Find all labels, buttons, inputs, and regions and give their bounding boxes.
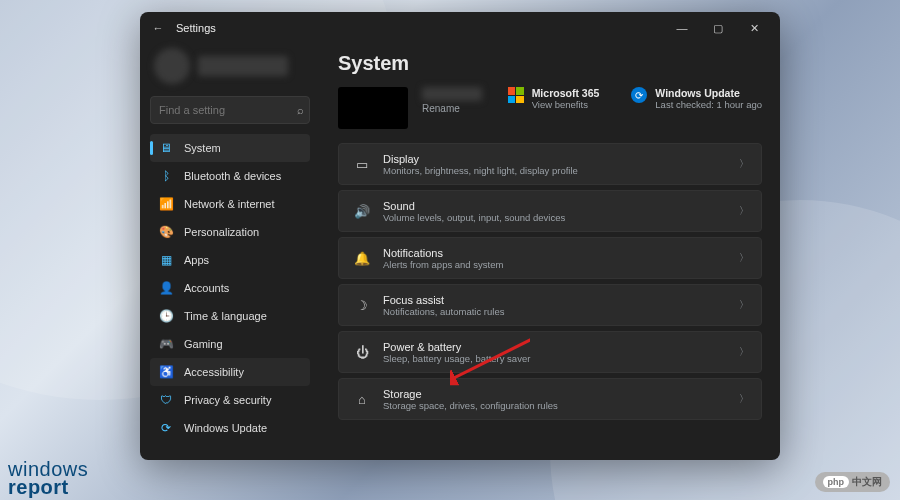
card-icon: ⌂ [351, 392, 373, 407]
card-subtitle: Volume levels, output, input, sound devi… [383, 212, 739, 223]
nav-icon: 🖥 [158, 141, 174, 155]
card-subtitle: Notifications, automatic rules [383, 306, 739, 317]
sidebar-item-windows-update[interactable]: ⟳Windows Update [150, 414, 310, 442]
card-subtitle: Sleep, battery usage, battery saver [383, 353, 739, 364]
card-icon: 🔊 [351, 204, 373, 219]
settings-card-notifications[interactable]: 🔔 Notifications Alerts from apps and sys… [338, 237, 762, 279]
chevron-right-icon: 〉 [739, 157, 749, 171]
profile-name [198, 56, 288, 76]
nav-icon: ⟳ [158, 421, 174, 435]
sidebar-item-network-internet[interactable]: 📶Network & internet [150, 190, 310, 218]
card-title: Notifications [383, 247, 739, 259]
settings-window: ← Settings — ▢ ✕ ⌕ 🖥SystemᛒBluetooth & d… [140, 12, 780, 460]
settings-card-storage[interactable]: ⌂ Storage Storage space, drives, configu… [338, 378, 762, 420]
chevron-right-icon: 〉 [739, 298, 749, 312]
nav-icon: 🛡 [158, 393, 174, 407]
nav-icon: 📶 [158, 197, 174, 211]
minimize-button[interactable]: — [664, 14, 700, 42]
settings-card-display[interactable]: ▭ Display Monitors, brightness, night li… [338, 143, 762, 185]
close-button[interactable]: ✕ [736, 14, 772, 42]
settings-card-power-battery[interactable]: ⏻ Power & battery Sleep, battery usage, … [338, 331, 762, 373]
sidebar-item-personalization[interactable]: 🎨Personalization [150, 218, 310, 246]
sidebar-item-label: Windows Update [184, 422, 267, 434]
titlebar: ← Settings — ▢ ✕ [140, 12, 780, 44]
ms365-sub: View benefits [532, 99, 600, 110]
card-title: Sound [383, 200, 739, 212]
sidebar-item-time-language[interactable]: 🕒Time & language [150, 302, 310, 330]
device-image [338, 87, 408, 129]
sidebar-item-label: Network & internet [184, 198, 274, 210]
nav-icon: 🎮 [158, 337, 174, 351]
wu-sub: Last checked: 1 hour ago [655, 99, 762, 110]
card-icon: ⏻ [351, 345, 373, 360]
sidebar-item-label: Time & language [184, 310, 267, 322]
sidebar-item-label: Personalization [184, 226, 259, 238]
windows-update-icon: ⟳ [631, 87, 647, 103]
search-box[interactable]: ⌕ [150, 96, 310, 124]
avatar [154, 48, 190, 84]
windows-update-card[interactable]: ⟳ Windows Update Last checked: 1 hour ag… [631, 87, 762, 110]
sidebar-item-label: Gaming [184, 338, 223, 350]
card-icon: ▭ [351, 157, 373, 172]
watermark-right: php中文网 [815, 472, 891, 492]
ms365-card[interactable]: Microsoft 365 View benefits [508, 87, 600, 110]
page-title: System [338, 52, 762, 75]
sidebar-item-label: Apps [184, 254, 209, 266]
card-title: Storage [383, 388, 739, 400]
microsoft-icon [508, 87, 524, 103]
chevron-right-icon: 〉 [739, 392, 749, 406]
device-name [422, 87, 482, 101]
nav-icon: ᛒ [158, 169, 174, 183]
sidebar-item-privacy-security[interactable]: 🛡Privacy & security [150, 386, 310, 414]
sidebar-item-bluetooth-devices[interactable]: ᛒBluetooth & devices [150, 162, 310, 190]
card-title: Power & battery [383, 341, 739, 353]
card-title: Focus assist [383, 294, 739, 306]
sidebar-item-label: Accounts [184, 282, 229, 294]
chevron-right-icon: 〉 [739, 345, 749, 359]
back-button[interactable]: ← [148, 22, 168, 34]
chevron-right-icon: 〉 [739, 251, 749, 265]
sidebar: ⌕ 🖥SystemᛒBluetooth & devices📶Network & … [140, 44, 320, 460]
chevron-right-icon: 〉 [739, 204, 749, 218]
card-subtitle: Storage space, drives, configuration rul… [383, 400, 739, 411]
settings-card-sound[interactable]: 🔊 Sound Volume levels, output, input, so… [338, 190, 762, 232]
profile-block[interactable] [150, 44, 310, 94]
maximize-button[interactable]: ▢ [700, 14, 736, 42]
card-subtitle: Alerts from apps and system [383, 259, 739, 270]
nav-icon: ♿ [158, 365, 174, 379]
card-icon: ☽ [351, 298, 373, 313]
nav-icon: 🎨 [158, 225, 174, 239]
settings-card-focus-assist[interactable]: ☽ Focus assist Notifications, automatic … [338, 284, 762, 326]
wu-title: Windows Update [655, 87, 762, 99]
sidebar-item-gaming[interactable]: 🎮Gaming [150, 330, 310, 358]
sidebar-item-label: System [184, 142, 221, 154]
sidebar-item-label: Accessibility [184, 366, 244, 378]
sidebar-item-accounts[interactable]: 👤Accounts [150, 274, 310, 302]
sidebar-item-label: Bluetooth & devices [184, 170, 281, 182]
card-subtitle: Monitors, brightness, night light, displ… [383, 165, 739, 176]
search-icon: ⌕ [297, 104, 304, 116]
nav-icon: ▦ [158, 253, 174, 267]
sidebar-item-apps[interactable]: ▦Apps [150, 246, 310, 274]
search-input[interactable] [159, 104, 297, 116]
window-title: Settings [176, 22, 216, 34]
nav-icon: 👤 [158, 281, 174, 295]
card-title: Display [383, 153, 739, 165]
ms365-title: Microsoft 365 [532, 87, 600, 99]
main-panel: System Rename Microsoft 365 View benefit… [320, 44, 780, 460]
rename-link[interactable]: Rename [422, 103, 482, 114]
watermark-left: windowsreport [8, 460, 88, 496]
sidebar-item-label: Privacy & security [184, 394, 271, 406]
nav-icon: 🕒 [158, 309, 174, 323]
sidebar-item-system[interactable]: 🖥System [150, 134, 310, 162]
card-icon: 🔔 [351, 251, 373, 266]
sidebar-item-accessibility[interactable]: ♿Accessibility [150, 358, 310, 386]
